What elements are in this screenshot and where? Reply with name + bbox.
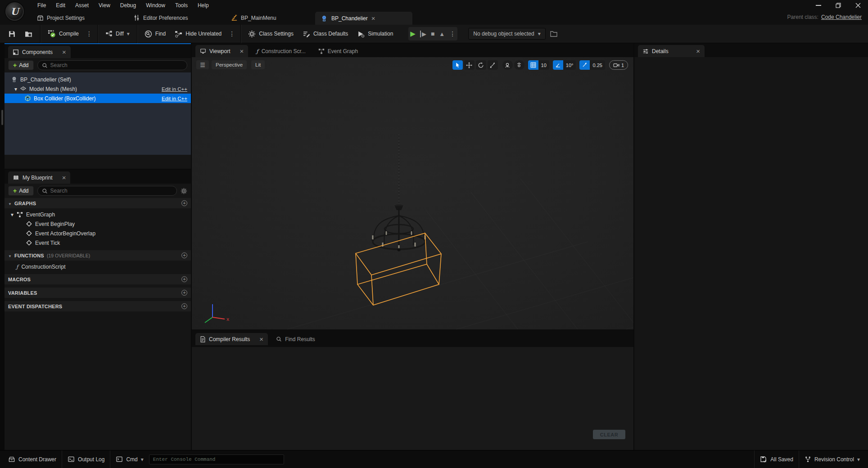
tab-project-settings[interactable]: Project Settings <box>37 11 85 25</box>
all-saved-button[interactable]: All Saved <box>755 450 799 468</box>
find-button[interactable]: Find <box>140 25 170 43</box>
tree-row-self[interactable]: BP_Chandelier (Self) <box>5 75 191 84</box>
compile-button[interactable]: Compile <box>43 25 83 43</box>
row-event-graph[interactable]: EventGraph <box>5 210 191 219</box>
compile-options-icon[interactable] <box>83 30 95 37</box>
add-function-icon[interactable] <box>181 252 187 258</box>
viewport-menu-button[interactable] <box>196 60 209 69</box>
play-button[interactable] <box>410 30 416 38</box>
my-blueprint-search-input[interactable] <box>50 188 172 194</box>
surface-snap-button[interactable] <box>514 60 524 70</box>
grid-snap-button[interactable] <box>528 60 538 70</box>
tab-construction-script[interactable]: Construction Scr... <box>252 45 310 57</box>
menu-asset[interactable]: Asset <box>70 0 94 11</box>
filter-gear-icon[interactable] <box>181 188 187 194</box>
minimize-button[interactable] <box>809 0 828 11</box>
section-functions[interactable]: FUNCTIONS (19 OVERRIDABLE) <box>5 250 191 261</box>
components-search-input[interactable] <box>50 62 183 68</box>
section-graphs[interactable]: GRAPHS <box>5 198 191 208</box>
tab-viewport[interactable]: Viewport <box>195 45 248 57</box>
diff-button[interactable]: Diff <box>101 25 134 43</box>
add-macro-icon[interactable] <box>181 276 187 282</box>
revision-control-dropdown[interactable]: Revision Control <box>799 450 868 468</box>
row-event-tick[interactable]: Event Tick <box>5 238 191 248</box>
close-tab-icon[interactable] <box>371 15 375 22</box>
rotate-tool-button[interactable] <box>476 60 486 70</box>
menu-file[interactable]: File <box>32 0 51 11</box>
add-graph-icon[interactable] <box>181 200 187 206</box>
section-event-dispatchers[interactable]: EVENT DISPATCHERS <box>5 301 191 311</box>
grid-snap-value[interactable]: 10 <box>538 60 549 70</box>
row-event-actorbeginoverlap[interactable]: Event ActorBeginOverlap <box>5 229 191 238</box>
menu-help[interactable]: Help <box>193 0 214 11</box>
camera-speed-button[interactable]: 1 <box>609 60 628 70</box>
rotation-snap-button[interactable] <box>553 60 563 70</box>
move-tool-button[interactable] <box>464 60 475 70</box>
tab-bp-mainmenu[interactable]: BP_MainMenu <box>231 11 276 25</box>
tab-bp-chandelier[interactable]: BP_Chandelier <box>315 12 412 25</box>
unreal-logo[interactable]: U <box>5 2 24 21</box>
tab-my-blueprint[interactable]: My Blueprint <box>8 171 70 184</box>
tab-editor-preferences[interactable]: Editor Preferences <box>133 11 188 25</box>
clear-button[interactable]: CLEAR <box>593 430 625 439</box>
edit-in-cpp-link[interactable]: Edit in C++ <box>162 96 187 101</box>
simulation-button[interactable]: Simulation <box>353 25 398 43</box>
expand-caret-icon[interactable] <box>11 212 14 218</box>
tab-event-graph[interactable]: Event Graph <box>314 45 362 57</box>
section-variables[interactable]: VARIABLES <box>5 288 191 298</box>
close-icon[interactable] <box>259 336 263 343</box>
output-log-button[interactable]: Output Log <box>62 450 110 468</box>
tab-find-results[interactable]: Find Results <box>271 333 320 345</box>
close-icon[interactable] <box>696 48 700 55</box>
add-component-button[interactable]: Add <box>8 60 34 70</box>
gimbal-mode-button[interactable] <box>502 60 513 70</box>
tab-details[interactable]: Details <box>638 45 705 57</box>
close-icon[interactable] <box>62 49 66 56</box>
hide-unrelated-button[interactable]: Hide Unrelated <box>170 25 226 43</box>
menu-debug[interactable]: Debug <box>115 0 141 11</box>
tree-row-box-collider[interactable]: Box Collider (BoxCollider) Edit in C++ <box>5 94 191 103</box>
viewport-3d[interactable]: X Perspective Lit <box>192 57 633 329</box>
stop-button[interactable] <box>431 30 434 37</box>
row-construction-script[interactable]: ConstructionScript <box>5 262 191 271</box>
add-blueprint-item-button[interactable]: Add <box>8 186 34 196</box>
cmd-dropdown[interactable]: Cmd <box>110 450 149 468</box>
parent-class-link[interactable]: Code Chandelier <box>821 14 862 20</box>
close-button[interactable] <box>848 0 868 11</box>
scale-snap-button[interactable] <box>579 60 590 70</box>
menu-window[interactable]: Window <box>141 0 170 11</box>
play-options-icon[interactable] <box>449 30 456 37</box>
edit-in-cpp-link[interactable]: Edit in C++ <box>162 86 187 92</box>
tab-components[interactable]: Components <box>8 46 71 58</box>
row-event-beginplay[interactable]: Event BeginPlay <box>5 219 191 229</box>
menu-edit[interactable]: Edit <box>51 0 70 11</box>
eject-button[interactable] <box>439 31 445 37</box>
tab-compiler-results[interactable]: Compiler Results <box>195 333 268 345</box>
scale-snap-value[interactable]: 0.25 <box>590 60 605 70</box>
menu-view[interactable]: View <box>94 0 115 11</box>
rotation-snap-value[interactable]: 10° <box>563 60 576 70</box>
close-icon[interactable] <box>62 174 66 181</box>
tree-row-model-mesh[interactable]: Model Mesh (Mesh) Edit in C++ <box>5 84 191 94</box>
class-settings-button[interactable]: Class Settings <box>244 25 298 43</box>
browse-button[interactable] <box>20 25 37 43</box>
restore-button[interactable] <box>828 0 848 11</box>
perspective-dropdown[interactable]: Perspective <box>212 60 247 69</box>
class-defaults-button[interactable]: Class Defaults <box>298 25 353 43</box>
select-tool-button[interactable] <box>452 60 463 70</box>
debug-object-dropdown[interactable]: No debug object selected <box>468 28 545 40</box>
add-variable-icon[interactable] <box>181 290 187 296</box>
dock-drag-handle[interactable] <box>1 110 3 125</box>
hide-unrelated-options-icon[interactable] <box>226 30 238 37</box>
lit-mode-dropdown[interactable]: Lit <box>251 60 265 69</box>
content-drawer-button[interactable]: Content Drawer <box>0 450 62 468</box>
save-button[interactable] <box>0 25 20 43</box>
browse-debug-object-button[interactable] <box>546 25 562 43</box>
add-dispatcher-icon[interactable] <box>181 303 187 309</box>
frame-skip-button[interactable] <box>420 31 426 37</box>
section-macros[interactable]: MACROS <box>5 274 191 284</box>
menu-tools[interactable]: Tools <box>170 0 193 11</box>
close-icon[interactable] <box>240 48 244 55</box>
scale-tool-button[interactable] <box>488 60 498 70</box>
expand-caret-icon[interactable] <box>14 86 17 92</box>
